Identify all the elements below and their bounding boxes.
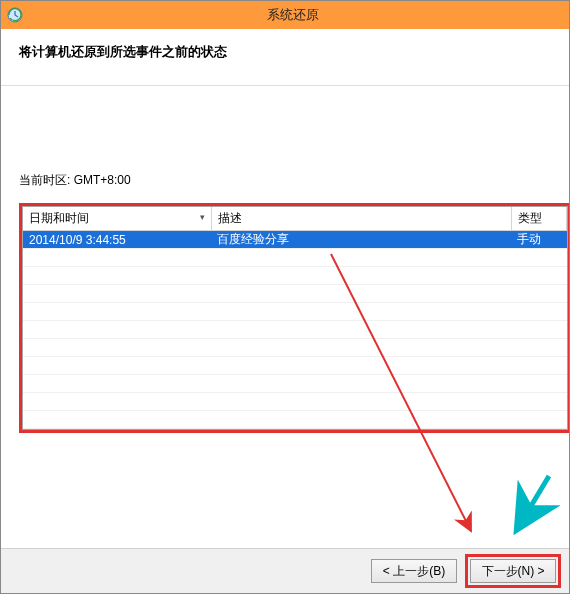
grid-empty-row — [23, 339, 567, 357]
grid-empty-row — [23, 303, 567, 321]
grid-empty-row — [23, 321, 567, 339]
cell-desc: 百度经验分享 — [211, 231, 511, 249]
wizard-body: 当前时区: GMT+8:00 日期和时间▾ 描述 类型 2014/10/9 3 — [1, 86, 569, 548]
system-restore-window: 系统还原 将计算机还原到所选事件之前的状态 当前时区: GMT+8:00 日期和… — [0, 0, 570, 594]
svg-line-2 — [516, 476, 549, 531]
window-title: 系统还原 — [23, 6, 563, 24]
restore-point-row[interactable]: 2014/10/9 3:44:55 百度经验分享 手动 — [23, 231, 567, 249]
col-datetime[interactable]: 日期和时间▾ — [23, 207, 211, 231]
restore-points-grid[interactable]: 日期和时间▾ 描述 类型 2014/10/9 3:44:55 百度经验分享 手动 — [22, 206, 568, 430]
sort-desc-icon: ▾ — [200, 212, 205, 222]
next-button[interactable]: 下一步(N) > — [470, 559, 556, 583]
cell-type: 手动 — [511, 231, 567, 249]
system-restore-icon — [7, 7, 23, 23]
grid-empty-row — [23, 411, 567, 429]
wizard-footer: < 上一步(B) 下一步(N) > — [1, 548, 569, 593]
next-button-highlight: 下一步(N) > — [465, 554, 561, 588]
titlebar: 系统还原 — [1, 1, 569, 29]
wizard-heading: 将计算机还原到所选事件之前的状态 — [19, 43, 551, 61]
grid-header-row: 日期和时间▾ 描述 类型 — [23, 207, 567, 231]
wizard-header: 将计算机还原到所选事件之前的状态 — [1, 29, 569, 86]
grid-empty-row — [23, 375, 567, 393]
grid-empty-row — [23, 357, 567, 375]
timezone-label: 当前时区: GMT+8:00 — [19, 172, 569, 189]
grid-empty-row — [23, 249, 567, 267]
back-button[interactable]: < 上一步(B) — [371, 559, 457, 583]
grid-empty-row — [23, 393, 567, 411]
col-desc[interactable]: 描述 — [211, 207, 511, 231]
cell-datetime: 2014/10/9 3:44:55 — [23, 231, 211, 249]
grid-empty-row — [23, 285, 567, 303]
grid-empty-row — [23, 267, 567, 285]
restore-points-highlight: 日期和时间▾ 描述 类型 2014/10/9 3:44:55 百度经验分享 手动 — [19, 203, 569, 433]
col-type[interactable]: 类型 — [511, 207, 567, 231]
